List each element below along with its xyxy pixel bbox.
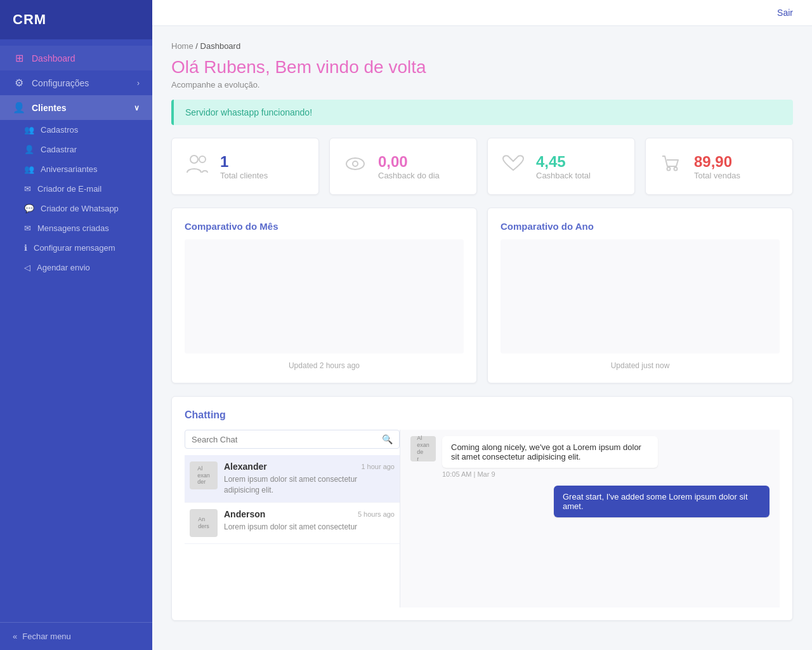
chat-item-time-alexander: 1 hour ago bbox=[361, 463, 395, 470]
sidebar-item-aniversariantes-label: Aniversariantes bbox=[41, 164, 98, 174]
sidebar-item-configuracoes-label: Configurações bbox=[32, 78, 89, 88]
sidebar-item-criador-email-label: Criador de E-mail bbox=[37, 184, 102, 194]
stat-value-total-clientes: 1 bbox=[220, 153, 268, 171]
chat-layout: 🔍 Alexander Alexander 1 hour ago Lorem i… bbox=[185, 430, 780, 607]
sidebar-item-cadastrar-label: Cadastrar bbox=[41, 145, 77, 154]
svg-point-4 bbox=[667, 168, 671, 171]
sidebar-close-label: Fechar menu bbox=[22, 632, 71, 641]
sidebar-item-clientes-label: Clientes bbox=[32, 103, 66, 113]
svg-point-5 bbox=[674, 168, 678, 171]
chart-card-ano: Comparativo do Ano Updated just now bbox=[487, 208, 793, 383]
chart-card-mes: Comparativo do Mês Updated 2 hours ago bbox=[171, 208, 477, 383]
sidebar-item-cadastrar[interactable]: 👤 Cadastrar bbox=[0, 140, 152, 159]
chart-title-ano: Comparativo do Ano bbox=[501, 221, 780, 232]
stat-card-total-clientes: 1 Total clientes bbox=[171, 138, 319, 195]
welcome-title: Olá Rubens, Bem vindo de volta bbox=[171, 57, 793, 77]
welcome-subtitle: Acompanhe a evolução. bbox=[171, 80, 793, 90]
chat-avatar-alexander: Alexander bbox=[190, 461, 218, 489]
aniversariantes-icon: 👥 bbox=[24, 164, 34, 174]
sidebar-item-mensagens-criadas[interactable]: ✉ Mensagens criadas bbox=[0, 218, 152, 238]
clientes-icon: 👤 bbox=[13, 102, 25, 114]
stat-info-total-vendas: 89,90 Total vendas bbox=[694, 153, 740, 180]
stat-value-total-vendas: 89,90 bbox=[694, 153, 740, 171]
chart-title-mes: Comparativo do Mês bbox=[185, 221, 464, 232]
sidebar-item-cadastros[interactable]: 👥 Cadastros bbox=[0, 120, 152, 140]
chat-item-name-anderson: Anderson bbox=[224, 509, 265, 519]
sidebar-item-criador-whatsapp[interactable]: 💬 Criador de Whatsapp bbox=[0, 199, 152, 218]
users-icon bbox=[185, 151, 210, 182]
stat-value-cashback-total: 4,45 bbox=[536, 153, 591, 171]
svg-point-0 bbox=[190, 156, 198, 163]
page-content: Home / Dashboard Olá Rubens, Bem vindo d… bbox=[152, 26, 812, 636]
sidebar-item-dashboard-label: Dashboard bbox=[32, 53, 75, 63]
stat-value-cashback-dia: 0,00 bbox=[378, 153, 440, 171]
sidebar-item-configuracoes[interactable]: ⚙ Configurações › bbox=[0, 70, 152, 95]
chat-item-preview-alexander: Lorem ipsum dolor sit amet consectetur a… bbox=[224, 474, 395, 496]
welcome-username: Rubens bbox=[204, 57, 265, 77]
sidebar-item-agendar-envio[interactable]: ◁ Agendar envio bbox=[0, 258, 152, 277]
message-sent-1: Great start, I've added some Lorem ipsum… bbox=[410, 486, 769, 517]
chart-footer-mes: Updated 2 hours ago bbox=[185, 354, 464, 370]
stat-info-cashback-dia: 0,00 Cashback do dia bbox=[378, 153, 440, 180]
sidebar-item-mensagens-criadas-label: Mensagens criadas bbox=[37, 223, 109, 233]
svg-point-3 bbox=[353, 161, 358, 166]
search-chat-input[interactable] bbox=[192, 435, 382, 444]
sidebar-item-configurar-mensagem-label: Configurar mensagem bbox=[34, 243, 115, 253]
eye-icon bbox=[343, 151, 368, 182]
msg-time-received-1: 10:05 AM | Mar 9 bbox=[442, 470, 658, 478]
chat-item-info-anderson: Anderson 5 hours ago Lorem ipsum dolor s… bbox=[224, 509, 395, 533]
stat-label-cashback-total: Cashback total bbox=[536, 171, 591, 180]
stat-card-cashback-dia: 0,00 Cashback do dia bbox=[329, 138, 477, 195]
chat-item-info-alexander: Alexander 1 hour ago Lorem ipsum dolor s… bbox=[224, 461, 395, 496]
sidebar-item-criador-email[interactable]: ✉ Criador de E-mail bbox=[0, 179, 152, 199]
chat-section: Chatting 🔍 Alexander Alexander bbox=[171, 396, 793, 621]
sidebar-close-button[interactable]: « Fechar menu bbox=[0, 622, 152, 650]
welcome-greeting: Olá bbox=[171, 57, 204, 77]
stat-info-cashback-total: 4,45 Cashback total bbox=[536, 153, 591, 180]
svg-point-2 bbox=[346, 158, 364, 169]
chart-footer-ano: Updated just now bbox=[501, 354, 780, 370]
chevron-down-icon: ∨ bbox=[134, 103, 140, 112]
stat-card-cashback-total: 4,45 Cashback total bbox=[487, 138, 635, 195]
info-icon: ℹ bbox=[24, 243, 27, 253]
whatsapp-status-alert: Servidor whastapp funcionando! bbox=[171, 100, 793, 125]
schedule-icon: ◁ bbox=[24, 263, 30, 272]
collapse-icon: « bbox=[13, 632, 17, 641]
sidebar-item-clientes[interactable]: 👤 Clientes ∨ bbox=[0, 95, 152, 120]
heart-icon bbox=[501, 151, 526, 182]
breadcrumb-separator: / bbox=[195, 41, 200, 51]
chart-area-mes bbox=[185, 239, 464, 354]
sidebar-item-configurar-mensagem[interactable]: ℹ Configurar mensagem bbox=[0, 238, 152, 258]
email-icon: ✉ bbox=[24, 184, 31, 194]
chat-item-alexander[interactable]: Alexander Alexander 1 hour ago Lorem ips… bbox=[185, 455, 400, 503]
cadastros-icon: 👥 bbox=[24, 125, 34, 135]
breadcrumb-home[interactable]: Home bbox=[171, 41, 193, 51]
sidebar: CRM ⊞ Dashboard ⚙ Configurações › 👤 Clie… bbox=[0, 0, 152, 650]
chat-item-preview-anderson: Lorem ipsum dolor sit amet consectetur bbox=[224, 522, 395, 533]
chevron-right-icon: › bbox=[137, 79, 140, 88]
cart-icon bbox=[658, 151, 684, 182]
sidebar-logo: CRM bbox=[0, 0, 152, 39]
sidebar-item-aniversariantes[interactable]: 👥 Aniversariantes bbox=[0, 159, 152, 179]
stat-cards: 1 Total clientes 0,00 Cashback do dia bbox=[171, 138, 793, 195]
cadastrar-icon: 👤 bbox=[24, 145, 34, 154]
sidebar-item-dashboard[interactable]: ⊞ Dashboard bbox=[0, 46, 152, 70]
stat-info-total-clientes: 1 Total clientes bbox=[220, 153, 268, 180]
welcome-message: , Bem vindo de volta bbox=[265, 57, 426, 77]
chat-item-anderson[interactable]: Anders Anderson 5 hours ago Lorem ipsum … bbox=[185, 503, 400, 544]
msg-avatar-alexander: Alexander bbox=[410, 436, 436, 461]
breadcrumb-current: Dashboard bbox=[200, 41, 241, 51]
sidebar-item-agendar-envio-label: Agendar envio bbox=[37, 263, 90, 272]
topbar: Sair bbox=[152, 0, 812, 26]
chat-item-header-anderson: Anderson 5 hours ago bbox=[224, 509, 395, 519]
stat-card-total-vendas: 89,90 Total vendas bbox=[645, 138, 793, 195]
logout-button[interactable]: Sair bbox=[777, 8, 793, 18]
chat-items-list: Alexander Alexander 1 hour ago Lorem ips… bbox=[185, 455, 400, 607]
chat-search-bar: 🔍 bbox=[185, 430, 400, 449]
msg-text-sent-1: Great start, I've added some Lorem ipsum… bbox=[554, 486, 769, 517]
svg-point-1 bbox=[199, 156, 206, 162]
dashboard-icon: ⊞ bbox=[13, 52, 25, 64]
stat-label-total-vendas: Total vendas bbox=[694, 171, 740, 180]
chat-messages: Alexander Coming along nicely, we've got… bbox=[400, 430, 780, 607]
chart-cards: Comparativo do Mês Updated 2 hours ago C… bbox=[171, 208, 793, 383]
